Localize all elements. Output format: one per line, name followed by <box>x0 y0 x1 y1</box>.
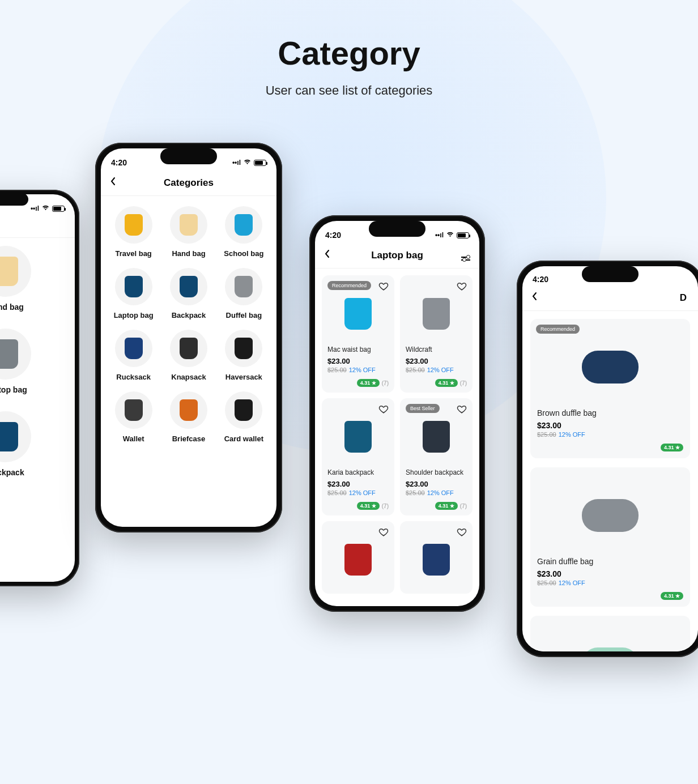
app-header: Laptop bag <box>315 244 479 269</box>
phone-frame-1: ••ıl es Hand bag Laptop bag Backpack <box>0 190 79 586</box>
app-header: Categories <box>101 171 276 196</box>
product-price: $23.00 <box>537 569 683 578</box>
category-item[interactable]: Laptop bag <box>109 268 158 319</box>
wifi-icon <box>41 204 50 212</box>
bag-icon <box>125 214 143 236</box>
product-image <box>537 627 683 651</box>
category-label: Backpack <box>0 468 31 477</box>
product-card[interactable]: Karia backpack$23.00$25.0012% OFF4.31 ★(… <box>322 398 394 515</box>
app-header: es <box>0 217 75 238</box>
phone-notch <box>160 148 217 164</box>
category-item[interactable]: Briefcase <box>164 391 213 443</box>
category-item[interactable]: Card wallet <box>219 391 269 443</box>
category-item[interactable]: Hand bag <box>164 206 213 258</box>
category-item[interactable]: Knapsack <box>164 330 213 381</box>
category-label: Haversack <box>219 373 269 381</box>
category-item[interactable]: Travel bag <box>109 206 158 258</box>
app-header: D <box>522 286 698 311</box>
filter-button[interactable] <box>459 250 470 261</box>
page-title: Category <box>0 34 698 72</box>
filter-icon <box>461 257 470 261</box>
back-button[interactable] <box>531 292 543 304</box>
back-button[interactable] <box>110 177 121 189</box>
product-rating-row: 4.31 ★(7) <box>327 502 389 510</box>
product-image <box>327 408 389 465</box>
bag-icon <box>180 276 198 297</box>
favorite-button[interactable] <box>378 527 389 537</box>
product-card[interactable]: Wildcraft$23.00$25.0012% OFF4.31 ★(7) <box>400 275 473 393</box>
product-image <box>406 531 467 588</box>
category-label: Travel bag <box>109 249 158 258</box>
category-item-laptop-bag[interactable]: Laptop bag <box>0 329 31 394</box>
favorite-button[interactable] <box>457 281 467 291</box>
bag-icon <box>423 421 450 453</box>
bag-icon <box>0 422 18 451</box>
rating-pill: 4.31 ★ <box>435 502 458 510</box>
category-item[interactable]: Wallet <box>109 391 158 443</box>
category-image <box>115 206 152 244</box>
discount-label: 12% OFF <box>427 367 454 373</box>
screen-title: Categories <box>164 177 214 189</box>
favorite-button[interactable] <box>457 527 467 537</box>
bag-icon <box>0 339 18 369</box>
category-item[interactable]: Duffel bag <box>219 268 269 319</box>
product-card[interactable]: Grain duffle bag$23.00$25.0012% OFF4.31 … <box>530 467 690 607</box>
category-image <box>0 246 31 297</box>
product-name: Shoulder backpack <box>406 468 467 476</box>
rating-pill: 4.31 ★ <box>661 444 683 451</box>
favorite-button[interactable] <box>378 281 389 291</box>
rating-count: (7) <box>382 503 389 509</box>
screen-title-partial: D <box>543 292 689 304</box>
product-subprice: $25.0012% OFF <box>327 489 389 496</box>
category-item-backpack[interactable]: Backpack <box>0 411 31 477</box>
product-price: $23.00 <box>406 480 467 488</box>
favorite-button[interactable] <box>457 404 467 414</box>
bag-icon <box>344 298 372 330</box>
old-price: $25.00 <box>537 580 556 586</box>
product-card[interactable]: Best SellerShoulder backpack$23.00$25.00… <box>400 398 473 515</box>
category-image <box>0 411 31 462</box>
category-label: Knapsack <box>164 373 213 381</box>
product-subprice: $25.0012% OFF <box>327 367 389 373</box>
category-label: Rucksack <box>109 373 158 381</box>
status-time: 4:20 <box>325 231 341 240</box>
category-item[interactable]: Rucksack <box>109 330 158 381</box>
category-item[interactable]: Backpack <box>164 268 213 319</box>
product-image <box>537 479 683 552</box>
category-image <box>170 206 207 244</box>
product-card[interactable]: RecommendedMac waist bag$23.00$25.0012% … <box>322 275 394 393</box>
category-item-hand-bag[interactable]: Hand bag <box>0 246 31 312</box>
bag-icon <box>125 276 143 297</box>
category-image <box>225 330 262 367</box>
category-image <box>115 330 152 367</box>
battery-icon <box>254 160 266 166</box>
back-button[interactable] <box>324 249 335 261</box>
rating-pill: 4.31 ★ <box>357 379 380 387</box>
product-badge: Recommended <box>536 325 580 334</box>
status-time: 4:20 <box>111 158 127 167</box>
signal-icon: ••ıl <box>232 159 241 167</box>
category-item[interactable]: Haversack <box>219 330 269 381</box>
discount-label: 12% OFF <box>349 367 376 373</box>
product-card[interactable] <box>322 521 394 594</box>
category-image <box>170 268 207 305</box>
old-price: $25.00 <box>406 367 425 373</box>
product-price: $23.00 <box>327 357 389 365</box>
favorite-button[interactable] <box>378 404 389 414</box>
product-card[interactable] <box>530 616 690 651</box>
battery-icon <box>457 232 469 238</box>
bag-icon <box>125 338 143 359</box>
product-card[interactable]: RecommendedBrown duffle bag$23.00$25.001… <box>530 319 690 458</box>
product-rating-row: 4.31 ★(7) <box>406 379 467 387</box>
category-grid: Travel bag Hand bag School bag Laptop ba… <box>101 196 276 453</box>
bag-icon <box>180 399 198 421</box>
category-label: Duffel bag <box>219 311 269 319</box>
product-card[interactable] <box>400 521 473 594</box>
battery-icon <box>52 206 65 212</box>
category-item[interactable]: School bag <box>219 206 269 258</box>
duffle-icon <box>582 647 639 651</box>
category-label: Backpack <box>164 311 213 319</box>
old-price: $25.00 <box>537 431 556 438</box>
category-image <box>225 391 262 429</box>
discount-label: 12% OFF <box>349 489 376 496</box>
